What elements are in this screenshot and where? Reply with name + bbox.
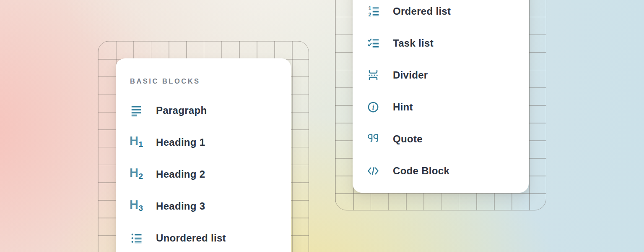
hint-icon: i [367,101,379,113]
heading-1-icon: H1 [130,136,143,149]
editor-blocks-illustration: BASIC BLOCKS Paragraph H1 [0,0,644,252]
menu-item-divider[interactable]: Divider [367,66,529,84]
heading-2-icon: H2 [130,168,143,181]
divider-icon [367,69,379,81]
svg-text:1: 1 [369,5,371,11]
section-header: BASIC BLOCKS [130,76,291,86]
code-block-icon [367,165,379,177]
menu-item-heading-2[interactable]: H2 Heading 2 [130,165,291,184]
menu-item-label: Quote [393,133,423,145]
menu-item-label: Heading 3 [156,200,205,212]
more-blocks-menu: 1 2 Ordered list [353,0,529,193]
menu-item-heading-1[interactable]: H1 Heading 1 [130,133,291,152]
menu-item-label: Hint [393,101,413,113]
menu-item-code-block[interactable]: Code Block [367,162,529,180]
basic-blocks-menu: BASIC BLOCKS Paragraph H1 [116,58,291,252]
svg-text:2: 2 [369,12,371,18]
menu-item-quote[interactable]: Quote [367,130,529,148]
menu-item-ordered-list[interactable]: 1 2 Ordered list [367,2,529,21]
unordered-list-icon [130,232,143,244]
menu-item-hint[interactable]: i Hint [367,98,529,116]
menu-item-paragraph[interactable]: Paragraph [130,101,291,120]
menu-item-label: Unordered list [156,232,226,244]
menu-item-label: Heading 1 [156,136,205,148]
heading-3-icon: H3 [130,200,143,213]
quote-icon [367,133,379,145]
menu-item-label: Ordered list [393,5,451,17]
menu-item-task-list[interactable]: Task list [367,34,529,52]
menu-item-label: Code Block [393,165,449,177]
svg-text:i: i [372,103,374,111]
paragraph-icon [130,104,143,117]
menu-item-heading-3[interactable]: H3 Heading 3 [130,197,291,215]
menu-item-label: Paragraph [156,105,207,116]
menu-item-label: Heading 2 [156,168,205,180]
menu-item-unordered-list[interactable]: Unordered list [130,229,291,247]
task-list-icon [367,37,379,50]
ordered-list-icon: 1 2 [367,5,379,18]
menu-item-label: Divider [393,69,428,81]
menu-item-label: Task list [393,37,434,49]
